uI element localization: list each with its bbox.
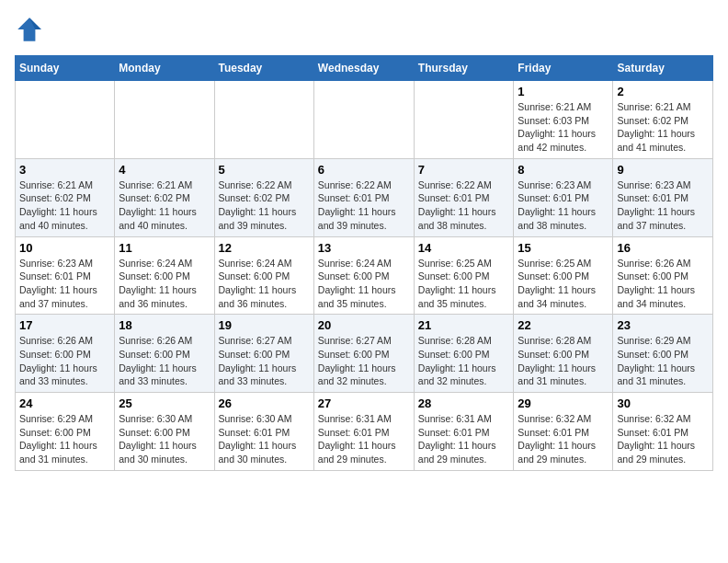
page-header — [15, 15, 713, 44]
day-number: 8 — [518, 163, 609, 177]
calendar-cell: 11Sunrise: 6:24 AM Sunset: 6:00 PM Dayli… — [115, 236, 214, 315]
calendar-week-row: 1Sunrise: 6:21 AM Sunset: 6:03 PM Daylig… — [16, 81, 713, 159]
day-info: Sunrise: 6:26 AM Sunset: 6:00 PM Dayligh… — [119, 334, 210, 388]
day-number: 25 — [119, 396, 210, 410]
calendar-cell: 18Sunrise: 6:26 AM Sunset: 6:00 PM Dayli… — [115, 315, 214, 393]
day-info: Sunrise: 6:23 AM Sunset: 6:01 PM Dayligh… — [19, 257, 110, 311]
day-info: Sunrise: 6:22 AM Sunset: 6:01 PM Dayligh… — [418, 178, 510, 233]
day-number: 2 — [617, 85, 709, 98]
day-number: 4 — [119, 163, 210, 177]
day-number: 5 — [219, 163, 310, 177]
day-info: Sunrise: 6:31 AM Sunset: 6:01 PM Dayligh… — [418, 412, 510, 466]
day-number: 24 — [19, 396, 110, 410]
logo-icon — [15, 15, 44, 44]
day-of-week-header: Tuesday — [214, 56, 313, 81]
day-number: 1 — [518, 85, 609, 98]
calendar-cell: 29Sunrise: 6:32 AM Sunset: 6:01 PM Dayli… — [514, 393, 613, 471]
day-number: 9 — [617, 163, 709, 177]
day-info: Sunrise: 6:21 AM Sunset: 6:02 PM Dayligh… — [119, 178, 210, 233]
calendar-cell — [313, 81, 414, 159]
day-info: Sunrise: 6:21 AM Sunset: 6:03 PM Dayligh… — [518, 100, 609, 155]
day-info: Sunrise: 6:24 AM Sunset: 6:00 PM Dayligh… — [318, 257, 410, 311]
day-number: 18 — [119, 318, 210, 332]
calendar-cell: 16Sunrise: 6:26 AM Sunset: 6:00 PM Dayli… — [613, 236, 713, 315]
day-number: 15 — [518, 241, 609, 255]
day-info: Sunrise: 6:28 AM Sunset: 6:00 PM Dayligh… — [418, 334, 510, 388]
day-info: Sunrise: 6:31 AM Sunset: 6:01 PM Dayligh… — [318, 412, 410, 466]
calendar-table: SundayMondayTuesdayWednesdayThursdayFrid… — [15, 55, 713, 471]
calendar-cell: 9Sunrise: 6:23 AM Sunset: 6:01 PM Daylig… — [613, 158, 713, 236]
calendar-cell: 5Sunrise: 6:22 AM Sunset: 6:02 PM Daylig… — [214, 158, 313, 236]
calendar-cell — [115, 81, 214, 159]
day-of-week-header: Saturday — [613, 56, 713, 81]
day-info: Sunrise: 6:28 AM Sunset: 6:00 PM Dayligh… — [518, 334, 609, 388]
day-number: 19 — [219, 318, 310, 332]
calendar-cell: 10Sunrise: 6:23 AM Sunset: 6:01 PM Dayli… — [16, 236, 115, 315]
calendar-cell: 24Sunrise: 6:29 AM Sunset: 6:00 PM Dayli… — [16, 393, 115, 471]
calendar-cell: 27Sunrise: 6:31 AM Sunset: 6:01 PM Dayli… — [313, 393, 414, 471]
calendar-cell: 22Sunrise: 6:28 AM Sunset: 6:00 PM Dayli… — [514, 315, 613, 393]
calendar-cell: 30Sunrise: 6:32 AM Sunset: 6:01 PM Dayli… — [613, 393, 713, 471]
day-info: Sunrise: 6:24 AM Sunset: 6:00 PM Dayligh… — [219, 257, 310, 311]
day-info: Sunrise: 6:22 AM Sunset: 6:02 PM Dayligh… — [219, 178, 310, 233]
day-info: Sunrise: 6:29 AM Sunset: 6:00 PM Dayligh… — [19, 412, 110, 466]
calendar-cell — [16, 81, 115, 159]
calendar-week-row: 3Sunrise: 6:21 AM Sunset: 6:02 PM Daylig… — [16, 158, 713, 236]
day-number: 20 — [318, 318, 410, 332]
day-number: 3 — [19, 163, 110, 177]
day-number: 30 — [617, 396, 709, 410]
day-number: 6 — [318, 163, 410, 177]
calendar-cell: 26Sunrise: 6:30 AM Sunset: 6:01 PM Dayli… — [214, 393, 313, 471]
day-of-week-header: Wednesday — [313, 56, 414, 81]
day-info: Sunrise: 6:29 AM Sunset: 6:00 PM Dayligh… — [617, 334, 709, 388]
day-number: 26 — [219, 396, 310, 410]
calendar-cell: 17Sunrise: 6:26 AM Sunset: 6:00 PM Dayli… — [16, 315, 115, 393]
calendar-cell: 2Sunrise: 6:21 AM Sunset: 6:02 PM Daylig… — [613, 81, 713, 159]
day-info: Sunrise: 6:21 AM Sunset: 6:02 PM Dayligh… — [617, 100, 709, 155]
calendar-cell: 21Sunrise: 6:28 AM Sunset: 6:00 PM Dayli… — [414, 315, 514, 393]
calendar-cell: 14Sunrise: 6:25 AM Sunset: 6:00 PM Dayli… — [414, 236, 514, 315]
calendar-cell: 8Sunrise: 6:23 AM Sunset: 6:01 PM Daylig… — [514, 158, 613, 236]
calendar-week-row: 17Sunrise: 6:26 AM Sunset: 6:00 PM Dayli… — [16, 315, 713, 393]
day-number: 12 — [219, 241, 310, 255]
day-info: Sunrise: 6:26 AM Sunset: 6:00 PM Dayligh… — [617, 257, 709, 311]
day-info: Sunrise: 6:24 AM Sunset: 6:00 PM Dayligh… — [119, 257, 210, 311]
day-number: 27 — [318, 396, 410, 410]
day-info: Sunrise: 6:23 AM Sunset: 6:01 PM Dayligh… — [617, 178, 709, 233]
day-number: 23 — [617, 318, 709, 332]
day-info: Sunrise: 6:26 AM Sunset: 6:00 PM Dayligh… — [19, 334, 110, 388]
calendar-cell: 6Sunrise: 6:22 AM Sunset: 6:01 PM Daylig… — [313, 158, 414, 236]
calendar-cell: 7Sunrise: 6:22 AM Sunset: 6:01 PM Daylig… — [414, 158, 514, 236]
day-number: 28 — [418, 396, 510, 410]
day-of-week-header: Thursday — [414, 56, 514, 81]
day-info: Sunrise: 6:30 AM Sunset: 6:00 PM Dayligh… — [119, 412, 210, 466]
calendar-cell: 3Sunrise: 6:21 AM Sunset: 6:02 PM Daylig… — [16, 158, 115, 236]
calendar-header-row: SundayMondayTuesdayWednesdayThursdayFrid… — [16, 56, 713, 81]
day-of-week-header: Friday — [514, 56, 613, 81]
day-number: 17 — [19, 318, 110, 332]
day-info: Sunrise: 6:32 AM Sunset: 6:01 PM Dayligh… — [518, 412, 609, 466]
day-number: 16 — [617, 241, 709, 255]
day-number: 29 — [518, 396, 609, 410]
calendar-cell — [414, 81, 514, 159]
day-number: 14 — [418, 241, 510, 255]
calendar-cell: 4Sunrise: 6:21 AM Sunset: 6:02 PM Daylig… — [115, 158, 214, 236]
calendar-cell: 13Sunrise: 6:24 AM Sunset: 6:00 PM Dayli… — [313, 236, 414, 315]
logo — [15, 15, 48, 44]
day-number: 11 — [119, 241, 210, 255]
day-info: Sunrise: 6:25 AM Sunset: 6:00 PM Dayligh… — [518, 257, 609, 311]
day-of-week-header: Monday — [115, 56, 214, 81]
day-number: 7 — [418, 163, 510, 177]
day-info: Sunrise: 6:27 AM Sunset: 6:00 PM Dayligh… — [219, 334, 310, 388]
day-number: 21 — [418, 318, 510, 332]
calendar-cell: 19Sunrise: 6:27 AM Sunset: 6:00 PM Dayli… — [214, 315, 313, 393]
calendar-cell: 12Sunrise: 6:24 AM Sunset: 6:00 PM Dayli… — [214, 236, 313, 315]
day-info: Sunrise: 6:21 AM Sunset: 6:02 PM Dayligh… — [19, 178, 110, 233]
day-number: 22 — [518, 318, 609, 332]
day-info: Sunrise: 6:25 AM Sunset: 6:00 PM Dayligh… — [418, 257, 510, 311]
day-of-week-header: Sunday — [16, 56, 115, 81]
calendar-cell — [214, 81, 313, 159]
calendar-cell: 20Sunrise: 6:27 AM Sunset: 6:00 PM Dayli… — [313, 315, 414, 393]
day-info: Sunrise: 6:30 AM Sunset: 6:01 PM Dayligh… — [219, 412, 310, 466]
calendar-cell: 1Sunrise: 6:21 AM Sunset: 6:03 PM Daylig… — [514, 81, 613, 159]
